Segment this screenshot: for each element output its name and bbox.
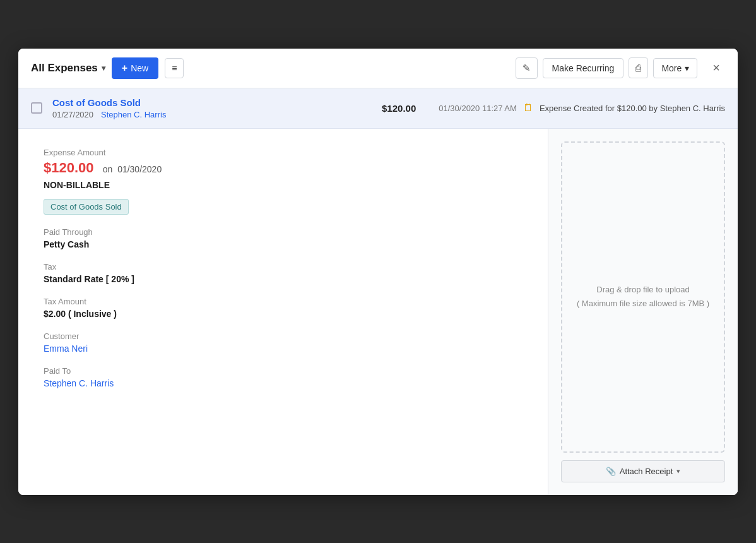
expense-meta: 01/27/2020 Stephen C. Harris [52,110,355,119]
detail-panel: Expense Amount $120.00 on 01/30/2020 NON… [18,129,738,495]
tax-amount-value: $2.00 ( Inclusive ) [44,309,523,319]
make-recurring-button[interactable]: Make Recurring [543,58,624,78]
tax-amount-label: Tax Amount [44,297,523,306]
tax-value: Standard Rate [ 20% ] [44,274,523,284]
chevron-down-icon: ▾ [676,467,680,475]
detail-on-date: on 01/30/2020 [103,164,162,174]
paid-to-value[interactable]: Stephen C. Harris [44,378,523,388]
detail-right: Drag & drop file to upload ( Maximum fil… [548,129,738,495]
expense-row-right: 01/30/2020 11:27 AM 🗒 Expense Created fo… [439,102,725,114]
edit-button[interactable]: ✎ [516,57,538,79]
toolbar-left: All Expenses ▾ + New ≡ [31,57,509,79]
detail-amount: $120.00 on 01/30/2020 [44,160,523,176]
more-button[interactable]: More ▾ [653,58,697,78]
expense-timestamp: 01/30/2020 11:27 AM [439,104,517,113]
close-icon: × [712,61,720,75]
customer-label: Customer [44,331,523,341]
all-expenses-label: All Expenses [31,62,98,75]
tax-label: Tax [44,262,523,272]
paid-to-label: Paid To [44,366,523,376]
plus-icon: + [122,63,127,74]
hamburger-icon: ≡ [172,63,177,73]
detail-left: Expense Amount $120.00 on 01/30/2020 NON… [18,129,548,495]
category-tag: Cost of Goods Sold [44,199,129,215]
expense-date: 01/27/2020 [52,110,93,119]
pencil-icon: ✎ [523,63,531,74]
note-icon: 🗒 [523,102,533,114]
new-button[interactable]: + New [112,57,158,79]
paid-through-value: Petty Cash [44,239,523,249]
all-expenses-button[interactable]: All Expenses ▾ [31,62,105,75]
expense-row: Cost of Goods Sold 01/27/2020 Stephen C.… [18,88,738,129]
expense-row-info: Cost of Goods Sold 01/27/2020 Stephen C.… [52,97,355,119]
close-button[interactable]: × [707,58,725,78]
new-label: New [131,63,148,73]
expense-amount-label: Expense Amount [44,148,523,157]
app-window: All Expenses ▾ + New ≡ ✎ Make Recurring … [18,49,738,495]
print-icon: ⎙ [635,63,641,73]
paperclip-icon: 📎 [606,467,616,476]
attach-receipt-button[interactable]: 📎 Attach Receipt ▾ [561,460,725,482]
customer-value[interactable]: Emma Neri [44,343,523,354]
upload-line1: Drag & drop file to upload [596,283,689,297]
toolbar: All Expenses ▾ + New ≡ ✎ Make Recurring … [18,49,738,88]
upload-area[interactable]: Drag & drop file to upload ( Maximum fil… [561,141,725,453]
expense-title[interactable]: Cost of Goods Sold [52,97,355,108]
expense-activity: Expense Created for $120.00 by Stephen C… [540,104,725,113]
attach-receipt-label: Attach Receipt [620,467,673,476]
make-recurring-label: Make Recurring [552,63,615,73]
paid-through-label: Paid Through [44,227,523,237]
expense-person[interactable]: Stephen C. Harris [101,110,166,119]
menu-button[interactable]: ≡ [165,58,184,78]
expense-amount: $120.00 [365,103,416,114]
non-billable-label: NON-BILLABLE [44,180,523,190]
row-checkbox[interactable] [31,102,42,114]
upload-line2: ( Maximum file size allowed is 7MB ) [577,297,709,311]
chevron-down-icon: ▾ [102,64,105,73]
detail-amount-value: $120.00 [44,160,94,176]
chevron-down-icon: ▾ [685,63,689,73]
print-button[interactable]: ⎙ [629,57,648,78]
toolbar-right: ✎ Make Recurring ⎙ More ▾ × [516,57,725,79]
more-label: More [661,63,682,73]
